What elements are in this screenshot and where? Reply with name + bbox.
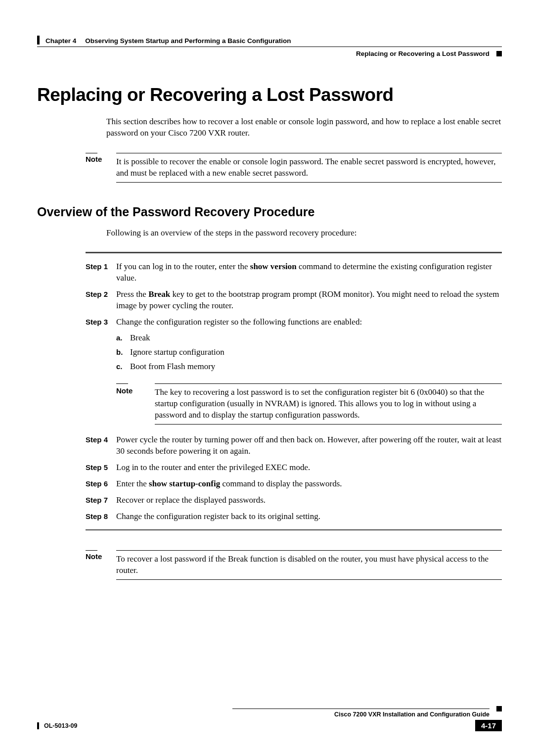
step-body: Change the configuration register back t… bbox=[116, 511, 502, 522]
note-bottom-rule-icon bbox=[116, 579, 502, 580]
step-row: Step 6 Enter the show startup-config com… bbox=[86, 478, 502, 490]
note-body: The key to recovering a lost password is… bbox=[155, 387, 502, 421]
header-chapter: Chapter 4 bbox=[45, 37, 76, 45]
document-page: Chapter 4 Observing System Startup and P… bbox=[0, 0, 534, 756]
note-body: It is possible to recover the enable or … bbox=[116, 156, 502, 179]
sub-item: c. Boot from Flash memory bbox=[116, 361, 502, 373]
header-section: Replacing or Recovering a Lost Password bbox=[356, 50, 490, 57]
step-body: Change the configuration register so the… bbox=[116, 317, 502, 430]
step-label: Step 2 bbox=[86, 289, 116, 312]
page-number: 4-17 bbox=[475, 720, 502, 731]
steps-bottom-rule-icon bbox=[86, 529, 502, 530]
header-right: Replacing or Recovering a Lost Password bbox=[37, 50, 502, 57]
note-rule-icon bbox=[86, 153, 97, 153]
footer-doc-id-group: OL-5013-09 bbox=[37, 722, 77, 729]
step-row: Step 5 Log in to the router and enter th… bbox=[86, 462, 502, 473]
header-left-marker-icon bbox=[37, 36, 40, 45]
sub-item: b. Ignore startup configuration bbox=[116, 347, 502, 358]
header-chapter-title: Observing System Startup and Performing … bbox=[85, 37, 291, 45]
note-top-rule-icon bbox=[116, 153, 502, 153]
note-rule-icon bbox=[86, 550, 97, 551]
step-body: Recover or replace the displayed passwor… bbox=[116, 495, 502, 506]
step-label: Step 7 bbox=[86, 495, 116, 506]
step-pre-text: Change the configuration register so the… bbox=[116, 317, 362, 327]
overview-lead: Following is an overview of the steps in… bbox=[106, 228, 502, 238]
note-body: To recover a lost password if the Break … bbox=[116, 554, 502, 576]
step-pre-text: If you can log in to the router, enter t… bbox=[116, 262, 250, 271]
intro-paragraph: This section describes how to recover a … bbox=[106, 116, 502, 139]
step-bold-text: Break bbox=[148, 289, 170, 299]
footer-rule-icon bbox=[232, 709, 490, 709]
step-body: If you can log in to the router, enter t… bbox=[116, 261, 502, 284]
page-footer: Cisco 7200 VXR Installation and Configur… bbox=[37, 709, 502, 731]
step-row: Step 3 Change the configuration register… bbox=[86, 317, 502, 430]
step-bold-text: show startup-config bbox=[149, 479, 220, 488]
note-top-rule-icon bbox=[155, 383, 502, 384]
note-block-1: Note It is possible to recover the enabl… bbox=[86, 153, 502, 183]
sub-letter: a. bbox=[116, 332, 130, 344]
note-bottom-rule-icon bbox=[155, 424, 502, 425]
step-label: Step 3 bbox=[86, 317, 116, 430]
sub-item: a. Break bbox=[116, 332, 502, 344]
sub-body: Break bbox=[130, 332, 502, 344]
step-body: Log in to the router and enter the privi… bbox=[116, 462, 502, 473]
header-square-icon bbox=[496, 51, 502, 56]
step-body: Power cycle the router by turning power … bbox=[116, 434, 502, 457]
step-row: Step 1 If you can log in to the router, … bbox=[86, 261, 502, 284]
footer-square-icon bbox=[496, 706, 502, 711]
step-post-text: key to get to the bootstrap program prom… bbox=[116, 289, 499, 310]
step-pre-text: Press the bbox=[116, 289, 148, 299]
note-rule-icon bbox=[116, 383, 128, 384]
section-title: Overview of the Password Recovery Proced… bbox=[37, 205, 502, 219]
step-row: Step 4 Power cycle the router by turning… bbox=[86, 434, 502, 457]
note-top-rule-icon bbox=[116, 550, 502, 551]
step-row: Step 2 Press the Break key to get to the… bbox=[86, 289, 502, 312]
step-pre-text: Enter the bbox=[116, 479, 149, 488]
steps-top-rule-icon bbox=[86, 252, 502, 253]
footer-bar-icon bbox=[37, 722, 39, 729]
note-block-inner: Note The key to recovering a lost passwo… bbox=[116, 383, 502, 425]
step-row: Step 8 Change the configuration register… bbox=[86, 511, 502, 522]
sub-body: Ignore startup configuration bbox=[130, 347, 502, 358]
step-row: Step 7 Recover or replace the displayed … bbox=[86, 495, 502, 506]
note-label: Note bbox=[116, 386, 133, 395]
step-label: Step 8 bbox=[86, 511, 116, 522]
note-label: Note bbox=[86, 155, 102, 163]
note-label: Note bbox=[86, 552, 102, 561]
sub-letter: b. bbox=[116, 347, 130, 358]
step-label: Step 4 bbox=[86, 434, 116, 457]
page-title: Replacing or Recovering a Lost Password bbox=[37, 85, 502, 105]
note-block-2: Note To recover a lost password if the B… bbox=[86, 550, 502, 580]
sub-letter: c. bbox=[116, 361, 130, 373]
step-body: Enter the show startup-config command to… bbox=[116, 478, 502, 490]
footer-doc-id: OL-5013-09 bbox=[44, 722, 77, 729]
header-bar: Chapter 4 Observing System Startup and P… bbox=[37, 36, 502, 47]
step-body: Press the Break key to get to the bootst… bbox=[116, 289, 502, 312]
step-label: Step 1 bbox=[86, 261, 116, 284]
step-label: Step 5 bbox=[86, 462, 116, 473]
note-bottom-rule-icon bbox=[116, 182, 502, 183]
footer-guide: Cisco 7200 VXR Installation and Configur… bbox=[232, 711, 490, 718]
sub-body: Boot from Flash memory bbox=[130, 361, 502, 373]
sub-list: a. Break b. Ignore startup configuration… bbox=[116, 332, 502, 373]
step-label: Step 6 bbox=[86, 478, 116, 490]
step-post-text: command to display the passwords. bbox=[220, 479, 342, 488]
step-bold-text: show version bbox=[250, 262, 297, 271]
